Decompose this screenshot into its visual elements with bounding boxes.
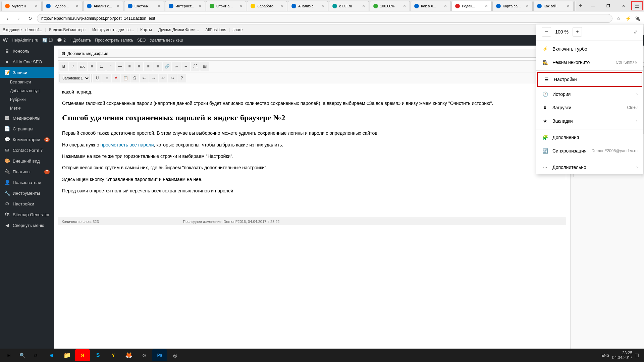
bookmark-item[interactable]: Входящие - demonf... [3, 27, 42, 32]
tab-kak2[interactable]: Как зай... ✕ [533, 1, 574, 11]
dropdown-item-incognito[interactable]: 🕵 Режим инкогнито Ctrl+Shift+N [536, 56, 643, 69]
tab-mutagen[interactable]: Мутаген ✕ [1, 1, 42, 11]
dropdown-item-bookmarks[interactable]: ★ Закладки › [536, 114, 643, 128]
tab-close-btn[interactable]: ✕ [485, 4, 488, 8]
underline-btn[interactable]: U [93, 74, 102, 82]
tab-close-btn[interactable]: ✕ [198, 4, 202, 8]
custom-char-btn[interactable]: Ω [130, 74, 139, 82]
indent-btn[interactable]: ⇥ [149, 74, 158, 82]
dropdown-item-downloads[interactable]: ⬇ Загрузки Ctrl+J [536, 101, 643, 114]
dropdown-item-sync[interactable]: 🔄 Синхронизация DemonF2005@yandex.ru [536, 144, 643, 158]
editor-content-area[interactable]: какой период. Отмечаем галочкой сохранен… [58, 84, 566, 218]
help-btn[interactable]: ? [177, 74, 186, 82]
tab-analiz2[interactable]: Анализ с... ✕ [288, 1, 328, 11]
url-input[interactable] [37, 14, 612, 23]
tab-close-btn[interactable]: ✕ [444, 4, 447, 8]
sidebar-item-media[interactable]: 🖼 Медиафайлы [0, 113, 54, 123]
tab-100[interactable]: 100.00% ✕ [370, 1, 410, 11]
forward-btn[interactable]: › [14, 14, 23, 23]
tab-internet[interactable]: Интернет... ✕ [165, 1, 205, 11]
blockquote-btn[interactable]: " [106, 62, 115, 71]
minimize-btn[interactable]: — [585, 0, 600, 12]
taskbar-app-ie[interactable]: e [44, 349, 59, 361]
bookmark-item[interactable]: Друзья Димки Фоми... [158, 27, 199, 32]
strikethrough-btn[interactable]: abc [78, 62, 87, 71]
close-btn[interactable]: ✕ [616, 0, 631, 12]
start-btn[interactable]: ⊞ [3, 349, 15, 361]
sidebar-sub-add-new[interactable]: Добавить новую [0, 86, 54, 95]
tab-close-btn[interactable]: ✕ [35, 4, 38, 8]
unlink-btn[interactable]: ∞ [172, 62, 181, 71]
text-color-btn[interactable]: A [112, 74, 120, 82]
taskbar-app-yandex2[interactable]: Y [106, 349, 121, 361]
tab-close-btn[interactable]: ✕ [75, 4, 79, 8]
add-new-btn[interactable]: + Добавить [70, 38, 91, 43]
tab-close-btn[interactable]: ✕ [321, 4, 324, 8]
sidebar-item-comments[interactable]: 💬 Комментарии 2 [0, 134, 54, 145]
site-name[interactable]: HelpAdmins.ru [12, 38, 38, 43]
tab-close-btn[interactable]: ✕ [526, 4, 529, 8]
tab-analiz1[interactable]: Анализ с... ✕ [83, 1, 123, 11]
comments-count[interactable]: 💬 2 [57, 38, 66, 43]
taskbar-app-explorer[interactable]: 📁 [60, 349, 74, 361]
dropdown-item-history[interactable]: 🕐 История › [536, 87, 643, 101]
tab-kak[interactable]: Как в я... ✕ [411, 1, 451, 11]
menu-btn[interactable]: ☰ [631, 1, 643, 10]
tab-zarabot[interactable]: Заработо... ✕ [247, 1, 287, 11]
tab-close-btn[interactable]: ✕ [362, 4, 365, 8]
tab-close-btn[interactable]: ✕ [239, 4, 243, 8]
seo-btn[interactable]: SEO [137, 38, 146, 43]
sidebar-sub-categories[interactable]: Рубрики [0, 95, 54, 104]
zoom-expand-btn[interactable]: ⤢ [634, 29, 638, 35]
align-left-btn[interactable]: ≡ [125, 62, 134, 71]
restore-btn[interactable]: ❐ [600, 0, 616, 12]
updates-count[interactable]: 🔄 10 [42, 38, 53, 43]
redo-btn[interactable]: ↪ [168, 74, 177, 82]
sidebar-item-pages[interactable]: 📄 Страницы [0, 123, 54, 134]
content-link[interactable]: просмотреть все пароли [101, 142, 154, 147]
sidebar-item-contact-form-7[interactable]: ✉ Contact Form 7 [0, 145, 54, 156]
clear-cache-btn[interactable]: Удалить весь кэш [150, 38, 183, 43]
bookmark-item[interactable]: Яндекс.Вебмастер : [49, 27, 86, 32]
search-btn[interactable]: 🔍 [16, 349, 28, 361]
taskbar-app-misc[interactable]: ◎ [168, 349, 182, 361]
tab-etxt[interactable]: eTXT.ru ✕ [329, 1, 369, 11]
unordered-list-btn[interactable]: ≡ [88, 62, 96, 71]
sidebar-item-users[interactable]: 👤 Пользователи [0, 177, 54, 188]
view-post-btn[interactable]: Просмотреть запись [95, 38, 133, 43]
back-btn[interactable]: ‹ [3, 14, 12, 23]
sidebar-item-settings[interactable]: ⚙ Настройки [0, 198, 54, 209]
italic-btn[interactable]: I [69, 62, 77, 71]
ordered-list-btn[interactable]: 1. [97, 62, 106, 71]
bookmark-star[interactable]: ☆ [614, 14, 623, 22]
align-right-btn[interactable]: ≡ [144, 62, 153, 71]
outdent-btn[interactable]: ⇤ [140, 74, 149, 82]
bookmark-item[interactable]: Карты [140, 27, 152, 32]
paste-plain-btn[interactable]: 📋 [121, 74, 130, 82]
bookmark-item[interactable]: AllPositions [205, 27, 226, 32]
taskbar-app-skype[interactable]: S [91, 349, 105, 361]
sidebar-item-all-in-one-seo[interactable]: ● All in One SEO [0, 56, 54, 67]
toggle-toolbar-btn[interactable]: ▦ [200, 62, 209, 71]
heading-select[interactable]: Заголовок 1 [59, 74, 90, 82]
bookmark-item[interactable]: share [232, 27, 243, 32]
dropdown-item-addons[interactable]: 🧩 Дополнения [536, 131, 643, 144]
task-view-btn[interactable]: ⧉ [30, 349, 42, 361]
sidebar-sub-all-posts[interactable]: Все записи [0, 78, 54, 86]
tab-close-btn[interactable]: ✕ [567, 4, 570, 8]
zoom-minus-btn[interactable]: − [542, 27, 551, 37]
tab-karta[interactable]: Карта са... ✕ [492, 1, 533, 11]
dropdown-item-settings[interactable]: ☰ Настройки [537, 72, 642, 87]
link-btn[interactable]: 🔗 [163, 62, 171, 71]
tab-stoit[interactable]: Стоит а... ✕ [206, 1, 246, 11]
taskbar-app-chrome[interactable]: ⊙ [137, 349, 152, 361]
taskbar-notification[interactable]: □ [635, 352, 639, 359]
taskbar-app-firefox[interactable]: 🦊 [121, 349, 136, 361]
bookmark-item[interactable]: Инструменты для вс... [92, 27, 134, 32]
dropdown-item-turbo[interactable]: ⚡ Включить турбо [536, 42, 643, 56]
zoom-plus-btn[interactable]: + [573, 27, 582, 37]
sidebar-item-appearance[interactable]: 🎨 Внешний вид [0, 156, 54, 166]
align-justify-btn[interactable]: ≡ [153, 62, 162, 71]
justify-btn[interactable]: ≡ [102, 74, 111, 82]
extensions-btn[interactable]: 🔌 [633, 14, 641, 22]
